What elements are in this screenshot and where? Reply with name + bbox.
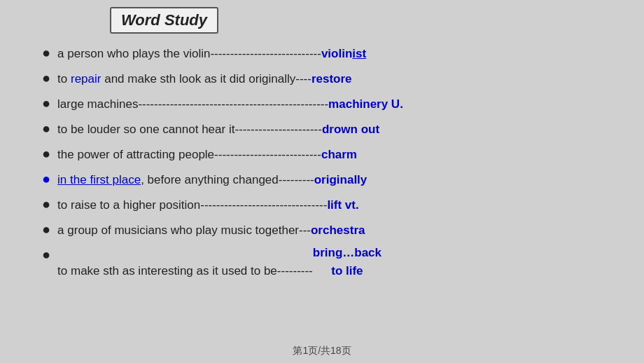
inline-blue-text: repair [71, 72, 101, 85]
item-text: to raise to a higher position [57, 198, 200, 212]
answer-text: drown out [322, 123, 379, 136]
page-title: Word Study [121, 11, 207, 29]
item-content: large machines--------------------------… [57, 95, 403, 114]
dashes: --- [299, 224, 311, 237]
bullet-icon: ● [42, 168, 50, 189]
answer-text: orchestra [311, 224, 365, 237]
bullet-icon: ● [42, 143, 50, 164]
list-item: ●large machines-------------------------… [42, 93, 623, 114]
answer-text: charm [321, 148, 357, 161]
item-text: , before anything changed [141, 173, 279, 186]
answer-text: originally [314, 173, 368, 186]
bullet-icon: ● [42, 118, 50, 139]
answer-multiline: bring…backto life [313, 244, 382, 280]
answer-text: machinery U. [328, 97, 403, 111]
dashes: ---- [295, 72, 312, 85]
answer-text: violin [321, 47, 352, 60]
title-box: Word Study [110, 7, 218, 34]
bullet-icon: ● [42, 67, 50, 88]
answer-text: lift vt. [327, 198, 358, 212]
link-text[interactable]: in the first place [57, 173, 141, 186]
item-text: to make sth as interesting as it used to… [57, 264, 277, 278]
item-text: to [57, 72, 71, 85]
item-content: to be louder so one cannot hear it------… [57, 121, 379, 139]
dashes: --------------------------- [214, 148, 321, 161]
bullet-icon: ● [42, 219, 50, 240]
bullet-icon: ● [42, 42, 50, 63]
item-text: and make sth look as it did originally [101, 72, 295, 85]
bullet-icon: ● [42, 244, 50, 265]
footer: 第1页/共18页 [0, 345, 644, 357]
list-item: ●in the first place, before anything cha… [42, 168, 623, 189]
dashes: ----------------------------------------… [138, 97, 328, 111]
dashes: ---------------------- [234, 123, 322, 136]
item-text: large machines [57, 97, 138, 111]
item-content: the power of attracting people----------… [57, 146, 357, 164]
answer-underline-text: ist [352, 47, 366, 60]
bullet-icon: ● [42, 193, 50, 214]
bullet-icon: ● [42, 93, 50, 114]
answer-text: restore [312, 72, 352, 85]
item-text: the power of attracting people [57, 148, 214, 161]
dashes: --------- [279, 173, 314, 186]
list-item: ●a group of musicians who play music tog… [42, 219, 623, 240]
dashes: -------------------------------- [200, 198, 327, 212]
item-content: to repair and make sth look as it did or… [57, 70, 351, 88]
item-content: to make sth as interesting as it used to… [57, 244, 382, 280]
list-item: ●to make sth as interesting as it used t… [42, 244, 623, 280]
dashes: --------- [277, 264, 313, 278]
dashes: ---------------------------- [210, 47, 321, 60]
item-content: in the first place, before anything chan… [57, 171, 367, 189]
list-item: ●the power of attracting people---------… [42, 143, 623, 164]
list-item: ●to repair and make sth look as it did o… [42, 67, 623, 88]
content-area: ●a person who plays the violin----------… [42, 42, 623, 335]
item-text: a group of musicians who play music toge… [57, 224, 299, 237]
item-content: a person who plays the violin-----------… [57, 45, 366, 63]
item-text: a person who plays the violin [57, 47, 210, 60]
list-item: ●a person who plays the violin----------… [42, 42, 623, 63]
list-item: ●to be louder so one cannot hear it-----… [42, 118, 623, 139]
item-content: to raise to a higher position-----------… [57, 196, 359, 214]
list-item: ●to raise to a higher position----------… [42, 193, 623, 214]
item-content: a group of musicians who play music toge… [57, 221, 365, 240]
item-text: to be louder so one cannot hear it [57, 123, 234, 136]
